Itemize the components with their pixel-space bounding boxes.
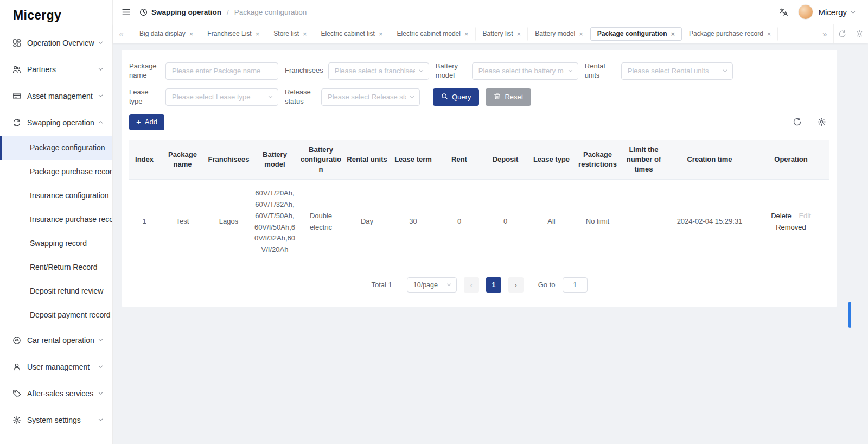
sidebar-item-system-settings[interactable]: System settings — [0, 407, 112, 433]
close-icon[interactable]: × — [256, 30, 260, 37]
package-configuration-card: Package name Franchisees Please select a… — [122, 50, 837, 307]
filter-franchisees: Franchisees Please select a franchisee — [285, 62, 429, 80]
sidebar-subitem-label: Swapping record — [30, 239, 87, 248]
sidebar-subitem-rent-return-record[interactable]: Rent/Return Record — [0, 255, 112, 279]
reset-button[interactable]: Reset — [486, 88, 531, 106]
close-icon[interactable]: × — [379, 30, 383, 37]
tab-franchisee-list[interactable]: Franchisee List × — [200, 27, 266, 41]
package-name-input[interactable] — [165, 62, 278, 80]
collapse-sidebar-icon[interactable] — [122, 8, 131, 17]
page-content: Package name Franchisees Please select a… — [113, 43, 868, 444]
release-status-select[interactable]: Please select Release status — [321, 88, 420, 106]
close-icon[interactable]: × — [517, 30, 521, 37]
battery-model-select[interactable]: Please select the battery model — [472, 62, 578, 80]
column-header-operation: Operation — [752, 140, 829, 180]
dashboard-icon — [12, 38, 21, 47]
rental-units-label: Rental units — [585, 62, 616, 80]
tab-store-list[interactable]: Store list × — [266, 27, 314, 41]
sidebar-subitem-deposit-payment-record[interactable]: Deposit payment record — [0, 303, 112, 327]
tabs-scroll-left-icon[interactable]: « — [113, 24, 130, 43]
select-placeholder: Please select Lease type — [172, 93, 264, 101]
close-icon[interactable]: × — [579, 30, 583, 37]
scrollbar-thumb[interactable] — [848, 302, 851, 328]
add-button-label: Add — [145, 118, 157, 126]
tab-battery-model[interactable]: Battery model × — [528, 27, 590, 41]
sidebar-subitem-label: Deposit refund review — [30, 287, 103, 295]
tab-label: Electric cabinet model — [397, 30, 461, 37]
package-name-label: Package name — [129, 62, 161, 80]
close-icon[interactable]: × — [189, 30, 194, 37]
sidebar-subitem-swapping-record[interactable]: Swapping record — [0, 231, 112, 255]
query-button[interactable]: Query — [433, 88, 479, 106]
user-name[interactable]: Micergy — [818, 8, 847, 17]
next-page-button[interactable]: › — [508, 277, 524, 293]
tab-electric-cabinet-model[interactable]: Electric cabinet model × — [390, 27, 476, 41]
breadcrumb: Swapping operation / Package configurati… — [139, 8, 307, 16]
sidebar-subitem-package-configuration[interactable]: Package configuration — [0, 136, 112, 160]
sidebar-subitem-insurance-purchase-records[interactable]: Insurance purchase records — [0, 207, 112, 231]
pagination: Total 1 10/page ‹ 1 › Go to — [129, 277, 829, 293]
tabs-refresh-icon[interactable] — [833, 24, 851, 43]
filter-release-status: Release status Please select Release sta… — [285, 88, 420, 106]
sidebar-item-user-management[interactable]: User management — [0, 353, 112, 380]
refresh-icon[interactable] — [793, 117, 802, 126]
prev-page-button[interactable]: ‹ — [464, 277, 479, 293]
goto-page-input[interactable] — [563, 277, 588, 293]
lease-type-select[interactable]: Please select Lease type — [165, 88, 278, 106]
page-size-value: 10/page — [413, 281, 443, 289]
tab-package-purchase-record[interactable]: Package purchase record × — [682, 27, 778, 41]
close-icon[interactable]: × — [464, 30, 469, 37]
sidebar-item-car-rental-operation[interactable]: Car rental operation — [0, 327, 112, 353]
car-icon — [12, 335, 21, 345]
column-header-franchisees: Franchisees — [206, 140, 252, 180]
tab-label: Battery model — [535, 30, 575, 37]
sidebar-item-swapping-operation[interactable]: Swapping operation — [0, 109, 112, 136]
column-settings-icon[interactable] — [817, 117, 826, 126]
avatar[interactable] — [798, 4, 813, 20]
delete-action[interactable]: Delete — [771, 212, 792, 220]
sidebar-item-asset-management[interactable]: Asset management — [0, 83, 112, 109]
sidebar-subitem-label: Deposit payment record — [30, 310, 111, 319]
franchisees-label: Franchisees — [285, 66, 323, 75]
translate-icon[interactable] — [779, 8, 788, 17]
rental-units-select[interactable]: Please select Rental units — [621, 62, 733, 80]
sidebar-item-operation-overview[interactable]: Operation Overview — [0, 29, 112, 56]
filter-package-name: Package name — [129, 62, 278, 80]
chevron-down-icon — [267, 94, 273, 100]
chevron-down-icon[interactable] — [850, 9, 856, 15]
cell-franchisees: Lagos — [206, 180, 252, 264]
sidebar-subitem-insurance-configuration[interactable]: Insurance configuration — [0, 183, 112, 207]
column-header-rental-units: Rental units — [344, 140, 390, 180]
sidebar-item-label: System settings — [27, 416, 98, 424]
tab-package-configuration[interactable]: Package configuration × — [590, 27, 682, 41]
tab-label: Store list — [273, 30, 299, 37]
sidebar-subitem-package-purchase-record[interactable]: Package purchase record — [0, 160, 112, 183]
breadcrumb-page: Package configuration — [234, 8, 307, 16]
filter-form: Package name Franchisees Please select a… — [129, 62, 829, 106]
sidebar-item-label: Car rental operation — [27, 336, 98, 345]
sidebar-item-after-sales-services[interactable]: After-sales services — [0, 380, 112, 407]
tab-label: Electric cabinet list — [321, 30, 375, 37]
sidebar-item-label: Operation Overview — [27, 39, 98, 47]
franchisees-select[interactable]: Please select a franchisee — [328, 62, 429, 80]
tab-battery-list[interactable]: Battery list × — [476, 27, 528, 41]
breadcrumb-separator: / — [227, 8, 229, 16]
tab-label: Big data display — [139, 30, 186, 37]
add-button[interactable]: + Add — [129, 114, 164, 130]
edit-action[interactable]: Edit — [799, 212, 810, 220]
page-1-button[interactable]: 1 — [486, 277, 501, 293]
tabs-settings-icon[interactable] — [851, 24, 868, 43]
close-icon[interactable]: × — [767, 30, 771, 37]
cell-lease-term: 30 — [390, 180, 436, 264]
page-size-select[interactable]: 10/page — [407, 277, 457, 293]
tab-big-data-display[interactable]: Big data display × — [132, 27, 200, 41]
tab-electric-cabinet-list[interactable]: Electric cabinet list × — [314, 27, 390, 41]
lease-type-label: Lease type — [129, 88, 161, 106]
close-icon[interactable]: × — [303, 30, 307, 37]
sidebar-subitem-deposit-refund-review[interactable]: Deposit refund review — [0, 279, 112, 303]
tabs-scroll-right-icon[interactable]: » — [816, 24, 833, 43]
close-icon[interactable]: × — [671, 30, 675, 37]
removed-action[interactable]: Removed — [776, 223, 806, 231]
chevron-down-icon — [722, 68, 728, 74]
sidebar-item-partners[interactable]: Partners — [0, 56, 112, 83]
